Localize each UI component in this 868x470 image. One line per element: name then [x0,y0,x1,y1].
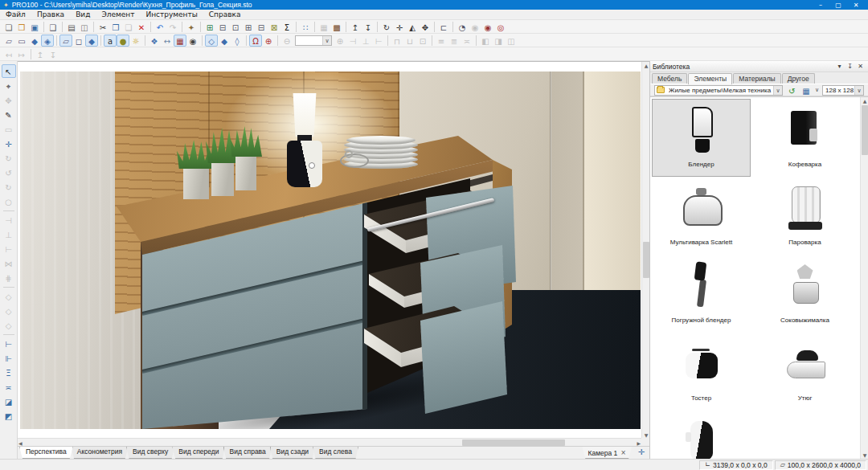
view-hidden-lines-icon[interactable]: ▭ [15,35,28,47]
view-solid-icon[interactable]: ◆ [28,35,41,47]
tab-perspective[interactable]: Перспектива [19,447,73,459]
rotate-icon[interactable]: ↻ [380,21,393,33]
lib-item-juicer[interactable]: Соковыжималка [755,255,854,333]
menu-element[interactable]: Элемент [96,10,140,18]
snap-to-grid-icon[interactable]: ◇ [205,35,218,47]
panel-report-icon[interactable]: ⊡ [229,21,242,33]
library-scroll-thumb[interactable] [862,105,868,155]
move-up-icon[interactable]: ↥ [349,21,362,33]
lib-item-hand-blender[interactable]: Погружной блендер [652,255,751,333]
tab-front-view[interactable]: Вид спереди [172,447,225,459]
libtab-other[interactable]: Другое [782,73,815,84]
libtab-elements[interactable]: Элементы [688,73,732,84]
view-solid-edges-icon[interactable]: ◈ [41,35,54,47]
refresh-icon[interactable]: ↺ [786,85,797,96]
report-icon[interactable]: ❑ [47,21,59,33]
vertical-scroll-thumb[interactable] [643,242,649,278]
snap-grid-icon[interactable]: ∷ [299,21,312,33]
scroll-down-arrow-icon[interactable]: ▼ [861,452,868,458]
render-target-icon[interactable]: ◎ [494,21,507,33]
snap-to-point-icon[interactable]: ◆ [218,35,231,47]
properties-icon[interactable]: ✦ [185,21,198,33]
scene-blender[interactable] [280,93,330,198]
scene-wire-stand[interactable] [340,153,369,168]
library-path-combo[interactable]: Жилые предметы\Мелкая техника ∨ [654,85,783,96]
scroll-down-arrow-icon[interactable]: ▼ [642,432,649,438]
copy-icon[interactable]: ❐ [109,21,122,33]
library-close-icon[interactable]: ✕ [855,63,866,70]
view-caret-icon[interactable]: ∨ [815,87,819,93]
lib-item-steamer[interactable]: Пароварка [755,177,854,255]
close-button[interactable]: ✕ [847,2,865,9]
orbit-tool[interactable]: ⌖ [2,79,16,92]
view-contour-icon[interactable]: ◻ [72,35,85,47]
red-eye-icon[interactable]: ◉ [481,21,494,33]
undo-icon[interactable]: ↶ [154,21,166,33]
scroll-right-arrow-icon[interactable]: ▶ [637,440,641,446]
panel-notes-icon[interactable]: ⊟ [255,21,268,33]
print-icon[interactable]: ▤ [65,21,78,33]
menu-tools[interactable]: Инструменты [140,10,203,18]
shear-2-tool[interactable]: ◩ [2,409,16,423]
snap-edit-icon[interactable]: ◊ [231,35,244,47]
minimize-button[interactable]: – [812,2,829,9]
viewport-horizontal-scrollbar[interactable]: ◀ ▶ [18,438,641,446]
print-preview-icon[interactable]: ◫ [78,21,91,33]
lib-item-coffee-machine[interactable]: Кофеварка [755,99,854,177]
shear-tool[interactable]: ◪ [2,394,16,408]
lib-item-multicooker[interactable]: Мультиварка Scarlett [652,177,751,255]
scene-plant-pot-1[interactable] [183,166,209,199]
menu-view[interactable]: Вид [70,10,96,18]
magnet-icon[interactable]: Ω [249,35,262,47]
lighting-icon[interactable]: ☼ [129,35,142,47]
dimensions-view-icon[interactable]: ↔ [161,35,174,47]
horizontal-scroll-thumb[interactable] [462,439,565,446]
lib-item-blender[interactable]: Блендер [652,99,751,177]
panel-materials-icon[interactable]: ⊠ [268,21,280,33]
view-wireframe-icon[interactable]: ▱ [2,35,15,47]
lib-item-toaster[interactable]: Тостер [652,333,751,411]
fit-icon[interactable]: ✥ [419,21,432,33]
preview-eye-icon[interactable]: ◉ [186,35,199,47]
scroll-up-arrow-icon[interactable]: ▲ [642,63,649,68]
library-scrollbar[interactable]: ▲ ▼ [860,97,868,459]
move-icon[interactable]: ✛ [393,21,406,33]
dim-width-tool[interactable]: ⊢ [2,337,16,350]
new-file-icon[interactable]: ❏ [2,21,15,33]
thumbnail-size-combo[interactable]: 128 x 128 ∨ [822,85,864,96]
mirror-icon[interactable]: ◭ [406,21,419,33]
viewport-vertical-scrollbar[interactable]: ▲ ▼ [641,62,649,439]
level-v-tool[interactable]: ≍ [2,380,16,394]
ungroup-icon[interactable]: ▩ [330,21,343,33]
scroll-up-arrow-icon[interactable]: ▲ [861,98,868,104]
move-down-icon[interactable]: ↧ [362,21,375,33]
camera-tab[interactable]: Камера 1 × [581,447,634,459]
open-file-icon[interactable]: ❒ [15,21,28,33]
tab-left-view[interactable]: Вид слева [313,447,358,459]
menu-file[interactable]: Файл [0,10,31,18]
view-white-icon[interactable]: ▱ [59,35,72,47]
tab-axonometry[interactable]: Аксонометрия [71,447,129,459]
render-quality-icon[interactable]: ❖ [148,35,161,47]
show-all-eye-icon[interactable]: ◔ [456,21,469,33]
library-menu-icon[interactable]: ▾ [834,63,845,70]
scene-plant-pot-3[interactable] [235,153,256,190]
panel-price-icon[interactable]: ⊞ [242,21,255,33]
materials-icon[interactable]: ● [117,35,129,47]
pencil-tool[interactable]: ✎ [2,108,16,121]
pointer-tool[interactable]: ↖ [2,64,16,78]
move-element-tool[interactable]: ✛ [2,137,16,150]
camera-close-icon[interactable]: × [620,449,626,456]
lib-item-iron[interactable]: Утюг [755,333,854,411]
level-h-tool[interactable]: Ξ [2,366,16,379]
scene-plant-pot-2[interactable] [211,160,234,196]
grid-view-icon[interactable]: ▦ [174,35,186,47]
menu-help[interactable]: Справка [203,10,247,18]
menu-edit[interactable]: Правка [31,10,70,18]
cut-icon[interactable]: ✂ [96,21,109,33]
scene-tall-cabinet[interactable] [583,72,641,296]
delete-icon[interactable]: ✕ [135,21,148,33]
scroll-left-arrow-icon[interactable]: ◀ [18,440,23,446]
library-pin-icon[interactable]: ↧ [845,63,855,70]
tab-top-view[interactable]: Вид сверху [126,447,174,459]
